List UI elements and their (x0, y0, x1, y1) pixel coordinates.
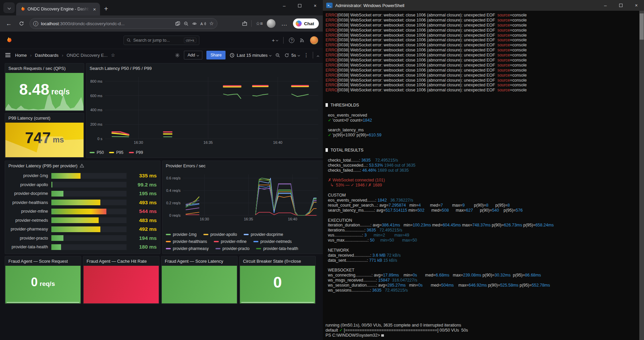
back-icon[interactable]: ← (4, 20, 13, 27)
legend-item[interactable]: provider-docprime (244, 232, 283, 237)
panel-title[interactable]: Provider Errors / sec (166, 163, 205, 168)
provider-name: provider-pharmeasy (8, 227, 51, 231)
provider-value: 180 ms (127, 244, 157, 250)
provider-value: 195 ms (127, 190, 157, 197)
browser-menu-icon[interactable]: … (280, 20, 289, 27)
legend-item[interactable]: provider-healthians (166, 239, 207, 244)
legend-item[interactable]: P99 (129, 150, 143, 155)
panel-title[interactable]: P99 Latency (current) (8, 116, 50, 121)
dashboard-toolbar: Home › Dashboards › ONDC Discovery E... … (0, 49, 323, 61)
scrollbar-thumb[interactable] (640, 13, 644, 40)
menu-toggle-icon[interactable] (5, 55, 10, 55)
panel-provider-errors: Provider Errors / sec 0 req/s0.2 req/s0.… (162, 161, 323, 254)
legend-item[interactable]: provider-pharmeasy (166, 246, 209, 251)
panel-title[interactable]: Search Requests / sec (QPS) (8, 66, 66, 71)
favorites-bar-icon[interactable]: ☆≡ (256, 21, 263, 26)
zoom-out-icon[interactable] (184, 21, 189, 26)
panel-title[interactable]: Search Latency P50 / P95 / P99 (90, 66, 152, 71)
terminal-maximize-button[interactable] (613, 0, 629, 11)
collapse-toolbar-icon[interactable] (317, 53, 319, 58)
provider-value: 335 ms (127, 173, 157, 179)
legend-item[interactable]: P95 (109, 150, 123, 155)
favorite-star-icon[interactable]: ☆ (209, 20, 214, 27)
legend-item[interactable]: provider-apollo (203, 232, 237, 237)
panel-p99-latency: P99 Latency (current) 747ms (5, 113, 84, 158)
terminal-minimize-button[interactable]: – (598, 0, 613, 11)
news-rss-icon[interactable] (300, 38, 305, 43)
panel-circuit-breaker: Circuit Breaker State (0=close 0 (239, 256, 316, 304)
extensions-icon[interactable] (242, 21, 247, 26)
nav-divider (283, 37, 284, 44)
toolbar-divider (313, 52, 313, 58)
new-tab-button[interactable]: + (104, 5, 108, 13)
terminal-window-controls: – × (598, 0, 644, 11)
latency-chart: 0 s200 ms400 ms600 ms800 ms16:3016:3516:… (88, 74, 321, 145)
provider-latency-row: provider-1mg335 ms (8, 172, 157, 180)
breadcrumb-dashboards[interactable]: Dashboards (35, 53, 58, 58)
legend-item[interactable]: provider-netmeds (253, 239, 292, 244)
tab-search-button[interactable] (3, 2, 15, 13)
browser-window-controls: – × (277, 0, 323, 11)
grafana-user-avatar[interactable] (310, 36, 318, 44)
sparkline (5, 94, 84, 111)
refresh-icon[interactable] (17, 21, 26, 26)
grafana-logo-icon[interactable] (5, 37, 12, 44)
zoom-out-time-icon[interactable] (275, 53, 280, 58)
terminal-close-button[interactable]: × (629, 0, 644, 11)
svg-text:800 ms: 800 ms (90, 79, 103, 83)
legend-item[interactable]: provider-mfine (214, 239, 247, 244)
provider-value: 99.2 ms (127, 182, 157, 188)
legend-item[interactable]: provider-tata-health (256, 246, 298, 251)
panel-title[interactable]: Provider Latency (P95 per provider) (8, 163, 78, 168)
breadcrumb-home[interactable]: Home (15, 53, 27, 58)
panel-title[interactable]: Circuit Breaker State (0=close (243, 259, 301, 264)
legend-item[interactable]: P50 (90, 150, 104, 155)
breadcrumb-separator: › (62, 53, 63, 58)
tracking-prevention-icon[interactable] (192, 21, 197, 26)
dashboard-more-icon[interactable]: ⋮ (304, 52, 309, 58)
split-screen-icon[interactable] (175, 21, 180, 26)
add-button[interactable]: Add (184, 51, 202, 59)
help-icon[interactable]: ? (289, 38, 294, 43)
svg-text:0.6 req/s: 0.6 req/s (166, 176, 181, 180)
panel-title[interactable]: Fraud Agent — Cache Hit Rate (87, 259, 147, 264)
powershell-window: >_ Administrator: Windows PowerShell – ×… (323, 0, 644, 340)
search-icon (127, 38, 131, 42)
time-range-picker[interactable]: Last 15 minutes (230, 53, 271, 58)
stat-value: 0 (240, 266, 315, 303)
site-info-icon[interactable]: i (33, 21, 38, 26)
terminal-scrollbar[interactable] (639, 11, 644, 340)
favorite-dashboard-icon[interactable]: ☆ (111, 52, 115, 58)
provider-latency-row: provider-pharmeasy492 ms (8, 225, 157, 233)
url-text[interactable]: localhost:3000/d/ondc-discovery/ondc-d..… (41, 21, 172, 26)
panel-title[interactable]: Fraud Agent — Score Request (8, 259, 68, 264)
panel-title[interactable]: Fraud Agent — Score Latency (165, 259, 223, 264)
browser-minimize-button[interactable]: – (277, 0, 292, 11)
warning-icon[interactable] (80, 163, 84, 168)
grafana-search-input[interactable]: Search or jump to... ctrl+k (123, 36, 199, 45)
legend-item[interactable]: provider-1mg (166, 232, 197, 237)
panel-search-latency: Search Latency P50 / P95 / P99 0 s200 ms… (86, 63, 323, 158)
read-aloud-icon[interactable]: A (200, 21, 206, 26)
svg-text:0 req/s: 0 req/s (169, 213, 181, 217)
new-menu-button[interactable]: + (272, 37, 278, 43)
panel-fraud-score-latency: Fraud Agent — Score Latency (161, 256, 238, 304)
terminal-title-bar[interactable]: >_ Administrator: Windows PowerShell – × (323, 0, 644, 11)
share-button[interactable]: Share (206, 51, 226, 59)
browser-close-button[interactable]: × (307, 0, 323, 11)
copilot-chat-button[interactable]: Chat (293, 18, 319, 29)
legend-item[interactable]: provider-practo (215, 246, 250, 251)
browser-maximize-button[interactable] (292, 0, 307, 11)
svg-text:0 s: 0 s (97, 137, 102, 141)
dashboard-settings-icon[interactable] (175, 53, 180, 58)
provider-name: provider-apollo (8, 182, 51, 187)
toolbar-divider (251, 20, 252, 27)
panel-provider-latency: Provider Latency (P95 per provider) prov… (5, 161, 160, 254)
provider-bar-fill (51, 244, 61, 250)
browser-tab[interactable]: ONDC Discovery Engine - Dashbo × (16, 3, 100, 15)
tab-close-icon[interactable]: × (92, 6, 97, 12)
browser-profile-avatar[interactable] (267, 19, 276, 28)
refresh-picker[interactable]: 5s (284, 53, 300, 58)
address-bar[interactable]: i localhost:3000/d/ondc-discovery/ondc-d… (30, 18, 217, 29)
terminal-output[interactable]: ERRO[0038] WebSocket error: websocket: c… (323, 11, 639, 340)
